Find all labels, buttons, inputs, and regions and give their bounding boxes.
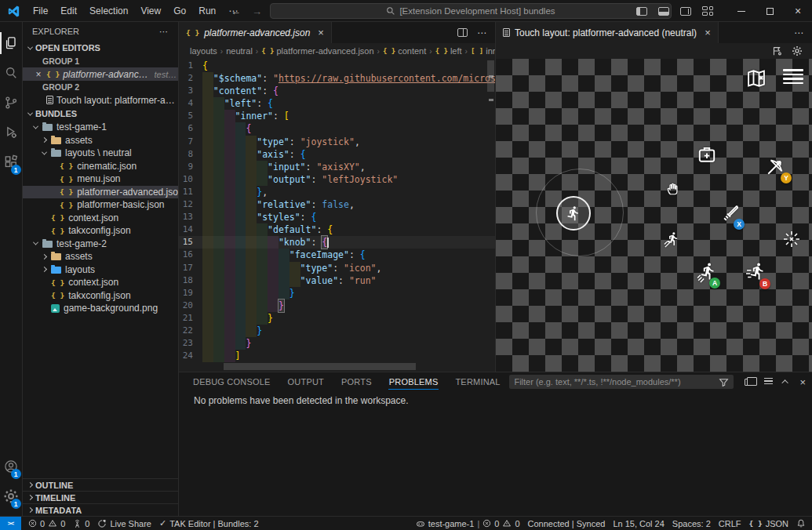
menu-item-go[interactable]: Go xyxy=(167,0,192,22)
breadcrumb-item[interactable]: { }content xyxy=(383,46,426,56)
panel-tab-ports[interactable]: PORTS xyxy=(340,372,373,391)
tree-item-assets[interactable]: assets xyxy=(23,250,178,263)
tree-item-assets[interactable]: assets xyxy=(23,134,178,147)
tree-item-label: assets xyxy=(65,251,93,262)
feedback-icon[interactable] xyxy=(771,45,782,56)
tak-editor-status[interactable]: ✓ TAK Editor | Bundles: 2 xyxy=(155,518,263,528)
panel-tab-terminal[interactable]: TERMINAL xyxy=(454,372,501,391)
tree-item-test-game-2[interactable]: test-game-2 xyxy=(23,238,178,251)
collapse-all-icon[interactable] xyxy=(764,378,773,386)
split-editor-icon[interactable] xyxy=(457,28,468,37)
eol-status[interactable]: CRLF xyxy=(715,519,745,528)
open-editors-header[interactable]: OPEN EDITORS xyxy=(23,41,178,55)
language-mode[interactable]: { } JSON xyxy=(745,519,792,528)
close-tab-icon[interactable]: × xyxy=(318,27,324,38)
activity-run-debug[interactable] xyxy=(0,118,23,147)
medkit-control-icon[interactable] xyxy=(697,144,717,165)
menu-item-selection[interactable]: Selection xyxy=(83,0,134,22)
activity-accounts[interactable]: 1 xyxy=(0,452,23,481)
burst-control-icon[interactable] xyxy=(782,230,801,249)
sidebar-more-icon[interactable]: ⋯ xyxy=(159,27,169,37)
menu-item-run[interactable]: Run xyxy=(192,0,222,22)
customize-layout-icon[interactable] xyxy=(702,6,713,16)
panel-tab-problems[interactable]: PROBLEMS xyxy=(388,372,439,391)
close-icon[interactable]: × xyxy=(34,69,43,80)
menu-control-icon[interactable] xyxy=(783,69,803,86)
close-tab-icon[interactable]: × xyxy=(705,27,711,38)
breadcrumb-item[interactable]: neutral xyxy=(226,46,253,56)
nav-forward-icon[interactable]: → xyxy=(252,5,262,17)
bundles-header[interactable]: BUNDLES xyxy=(23,107,178,121)
command-center[interactable]: [Extension Development Host] bundles xyxy=(270,3,672,19)
tree-item-game-background.png[interactable]: game-background.png xyxy=(23,302,178,315)
open-editor-item[interactable]: × { } platformer-advanced.json test-g... xyxy=(23,67,178,81)
remote-indicator[interactable]: >< xyxy=(0,517,21,530)
tree-item-platformer-advanced.json[interactable]: { }platformer-advanced.json xyxy=(23,186,178,199)
section-timeline[interactable]: TIMELINE xyxy=(23,491,178,503)
touch-layout-stage[interactable]: Y X A B xyxy=(496,59,812,372)
toggle-sidebar-icon[interactable] xyxy=(636,7,647,16)
nav-back-icon[interactable]: ← xyxy=(231,5,241,17)
json-file-icon: { } xyxy=(60,175,73,183)
sync-status[interactable]: Connected | Synced xyxy=(524,519,610,528)
tree-item-takxconfig.json[interactable]: { }takxconfig.json xyxy=(23,289,178,303)
breadcrumb-item[interactable]: layouts xyxy=(190,46,217,56)
open-editor-item[interactable]: Touch layout: platformer-advan... xyxy=(23,93,178,107)
ports-status[interactable]: 0 xyxy=(69,519,93,528)
live-share-status[interactable]: Live Share xyxy=(93,519,155,528)
indentation-status[interactable]: Spaces: 2 xyxy=(668,519,715,528)
panel-tab-output[interactable]: OUTPUT xyxy=(287,372,325,391)
tree-item-layouts---neutral[interactable]: layouts \ neutral xyxy=(23,147,178,160)
tree-item-context.json[interactable]: { }context.json xyxy=(23,276,178,289)
preview-more-icon[interactable]: ⋯ xyxy=(794,27,804,38)
gear-icon[interactable] xyxy=(792,45,803,56)
editor-more-icon[interactable]: ⋯ xyxy=(477,27,487,38)
minimize-button[interactable] xyxy=(727,0,756,22)
tab-platformer-advanced[interactable]: { } platformer-advanced.json × xyxy=(179,22,332,43)
close-button[interactable]: × xyxy=(784,0,812,22)
tree-item-cinematic.json[interactable]: { }cinematic.json xyxy=(23,160,178,173)
maximize-button[interactable] xyxy=(756,0,784,22)
tree-item-takxconfig.json[interactable]: { }takxconfig.json xyxy=(23,224,178,238)
toggle-panel-icon[interactable] xyxy=(658,7,669,16)
breadcrumb-item[interactable]: { }left xyxy=(435,46,462,56)
problems-filter[interactable] xyxy=(509,375,734,389)
problems-status[interactable]: 0 0 xyxy=(24,519,69,528)
tree-item-layouts[interactable]: layouts xyxy=(23,263,178,277)
tab-touch-layout[interactable]: Touch layout: platformer-advanced (neutr… xyxy=(496,22,719,43)
activity-extensions[interactable]: 1 xyxy=(0,147,23,177)
menu-item-file[interactable]: File xyxy=(27,0,54,22)
project-icon xyxy=(416,519,425,528)
tree-item-platformer-basic.json[interactable]: { }platformer-basic.json xyxy=(23,198,178,212)
toggle-secondary-sidebar-icon[interactable] xyxy=(680,7,691,16)
cursor-position[interactable]: Ln 15, Col 24 xyxy=(609,519,668,528)
tree-item-menu.json[interactable]: { }menu.json xyxy=(23,172,178,186)
hand-control-icon[interactable] xyxy=(665,182,679,196)
activity-settings[interactable]: 1 xyxy=(0,481,23,511)
tree-item-test-game-1[interactable]: test-game-1 xyxy=(23,121,178,134)
notifications-bell[interactable] xyxy=(792,518,812,528)
menu-item-edit[interactable]: Edit xyxy=(54,0,83,22)
code-editor[interactable]: 1{2"$schema": "https://raw.githubusercon… xyxy=(179,59,495,372)
section-outline[interactable]: OUTLINE xyxy=(23,478,178,491)
menu-item-view[interactable]: View xyxy=(134,0,167,22)
section-metadata[interactable]: METADATA xyxy=(23,503,178,516)
breadcrumb-item[interactable]: { }platformer-advanced.json xyxy=(261,46,373,56)
map-control-icon[interactable] xyxy=(745,67,767,89)
maximize-panel-icon[interactable] xyxy=(784,379,788,384)
dodge-control-icon[interactable] xyxy=(664,231,681,249)
activity-search[interactable] xyxy=(0,58,23,88)
activity-source-control[interactable] xyxy=(0,88,23,118)
horizontal-scrollbar[interactable] xyxy=(224,363,416,370)
search-icon xyxy=(386,6,395,16)
tree-item-context.json[interactable]: { }context.json xyxy=(23,212,178,225)
project-status[interactable]: test-game-1 | 0 0 xyxy=(412,519,524,528)
activity-explorer[interactable] xyxy=(0,28,23,58)
joystick-knob[interactable] xyxy=(556,196,591,231)
filter-input[interactable] xyxy=(514,377,719,387)
panel-views-icon[interactable] xyxy=(745,379,753,386)
breadcrumb-item[interactable]: [ ]inner xyxy=(471,46,495,56)
panel-tab-debug-console[interactable]: DEBUG CONSOLE xyxy=(192,372,271,391)
vscode-window: FileEditSelectionViewGoRun⋯ ← → [Extensi… xyxy=(0,0,812,530)
close-panel-icon[interactable]: × xyxy=(799,376,806,388)
